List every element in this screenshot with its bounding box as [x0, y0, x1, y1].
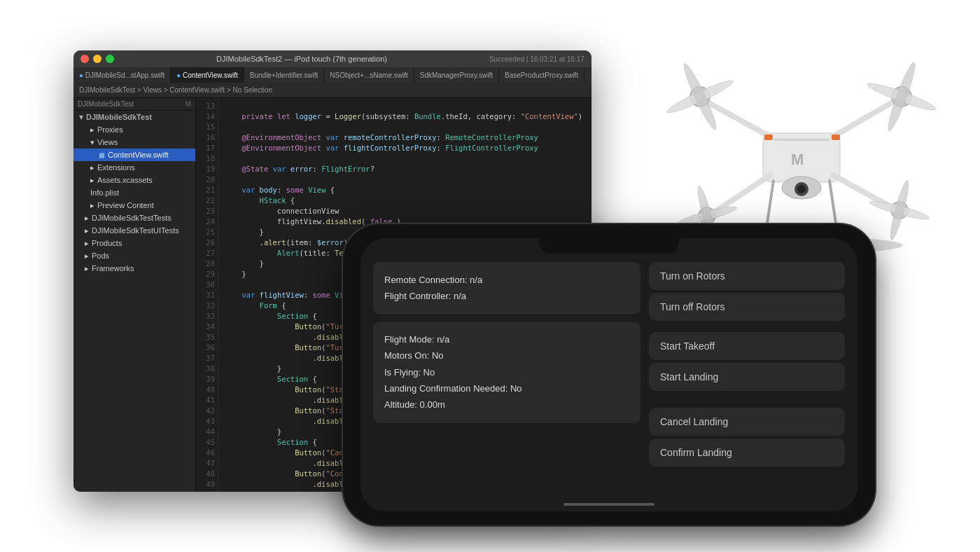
start-takeoff-button[interactable]: Start Takeoff — [649, 332, 845, 360]
svg-rect-26 — [832, 134, 840, 140]
xcode-tabs-bar: ● DJIMobileSd...stApp.swift ● ContentVie… — [74, 67, 592, 83]
swift-file-icon: ◼ — [99, 149, 105, 160]
altitude-label: Altitude: 0.00m — [384, 396, 629, 413]
sidebar-item-contentview[interactable]: ◼ ContentView.swift — [74, 149, 195, 161]
cancel-landing-button[interactable]: Cancel Landing — [649, 408, 845, 436]
connection-info-card: Remote Connection: n/a Flight Controller… — [373, 262, 640, 315]
svg-point-14 — [680, 62, 720, 132]
drone-image: M — [651, 21, 966, 259]
motors-on-label: Motors On: No — [384, 347, 629, 364]
landing-confirmation-label: Landing Confirmation Needed: No — [384, 380, 629, 396]
sidebar-item-products[interactable]: ▸ Products — [74, 237, 195, 249]
sidebar-item-djiuitests[interactable]: ▸ DJIMobileSdkTestUITests — [74, 224, 195, 237]
sidebar-item-assets[interactable]: ▸ Assets.xcassets — [74, 174, 195, 186]
minimize-button[interactable] — [93, 55, 102, 63]
remote-connection-label: Remote Connection: n/a — [384, 272, 629, 288]
home-indicator — [564, 503, 654, 506]
turn-off-rotors-button[interactable]: Turn off Rotors — [649, 293, 845, 321]
sidebar-item-djimobilesdk: ▾ DJIMobileSdkTest — [74, 111, 195, 123]
tab-bundle-identifier[interactable]: Bundle+Identifier.swift — [244, 67, 325, 83]
window-title: DJIMobileSdkTest2 — iPod touch (7th gene… — [118, 55, 485, 63]
svg-point-4 — [797, 185, 806, 193]
flight-mode-label: Flight Mode: n/a — [384, 331, 629, 347]
phone-content: Remote Connection: n/a Flight Controller… — [360, 254, 858, 497]
xcode-titlebar: DJIMobileSdkTest2 — iPod touch (7th gene… — [74, 50, 592, 67]
svg-line-22 — [830, 181, 836, 228]
svg-line-21 — [766, 181, 774, 228]
sidebar-item-preview[interactable]: ▸ Preview Content — [74, 199, 195, 212]
close-button[interactable] — [80, 55, 89, 63]
xcode-sidebar: DJIMobileSdkTest M ▾ DJIMobileSdkTest ▸ … — [74, 98, 196, 492]
turn-on-rotors-button[interactable]: Turn on Rotors — [649, 262, 845, 290]
phone-screen: Remote Connection: n/a Flight Controller… — [360, 238, 858, 511]
tab-sdkmanager[interactable]: SdkManagerProxy.swift — [414, 67, 499, 83]
sidebar-project-label: DJIMobileSdkTest — [78, 100, 134, 108]
rotors-section: Turn on Rotors Turn off Rotors — [649, 262, 845, 321]
flight-controller-label: Flight Controller: n/a — [384, 288, 629, 304]
landing-confirm-section: Cancel Landing Confirm Landing — [649, 408, 845, 467]
sidebar-item-pods[interactable]: ▸ Pods — [74, 249, 195, 262]
build-status: Succeeded | 16:03:21 at 16:17 — [489, 55, 584, 63]
sidebar-item-frameworks[interactable]: ▸ Frameworks — [74, 262, 195, 275]
phone-home-bar — [360, 497, 858, 511]
confirm-landing-button[interactable]: Confirm Landing — [649, 439, 845, 467]
tab-baseproduct[interactable]: BaseProductProxy.swift — [499, 67, 584, 83]
phone-body: Remote Connection: n/a Flight Controller… — [343, 224, 875, 525]
phone-mockup: Remote Connection: n/a Flight Controller… — [343, 224, 875, 532]
phone-left-panel: Remote Connection: n/a Flight Controller… — [373, 262, 640, 489]
svg-text:M: M — [791, 151, 804, 168]
phone-right-panel: Turn on Rotors Turn off Rotors Start Tak… — [649, 262, 845, 489]
sidebar-badge: M — [186, 100, 191, 108]
breadcrumb: DJIMobileSdkTest > Views > ContentView.s… — [74, 83, 592, 98]
svg-rect-28 — [774, 139, 830, 141]
svg-rect-25 — [764, 134, 773, 140]
maximize-button[interactable] — [106, 55, 114, 63]
start-landing-button[interactable]: Start Landing — [649, 363, 845, 391]
sidebar-item-djitests[interactable]: ▸ DJIMobileSdkTestTests — [74, 212, 195, 224]
sidebar-item-views[interactable]: ▾ Views — [74, 136, 195, 149]
sidebar-item-proxies[interactable]: ▸ Proxies — [74, 123, 195, 136]
tab-contentview-swift[interactable]: ● ContentView.swift — [171, 67, 244, 83]
flight-section: Start Takeoff Start Landing — [649, 332, 845, 391]
phone-notch — [539, 238, 679, 254]
tab-nsobject-name[interactable]: NSObject+...sName.swift — [324, 67, 414, 83]
line-numbers: 1314151617181920212223242526272829303132… — [196, 98, 218, 492]
is-flying-label: Is Flying: No — [384, 364, 629, 380]
status-info-card: Flight Mode: n/a Motors On: No Is Flying… — [373, 322, 640, 423]
sidebar-item-extensions[interactable]: ▸ Extensions — [74, 161, 195, 174]
sidebar-item-infoplist[interactable]: Info.plist — [74, 186, 195, 199]
tab-app-swift[interactable]: ● DJIMobileSd...stApp.swift — [74, 67, 171, 83]
